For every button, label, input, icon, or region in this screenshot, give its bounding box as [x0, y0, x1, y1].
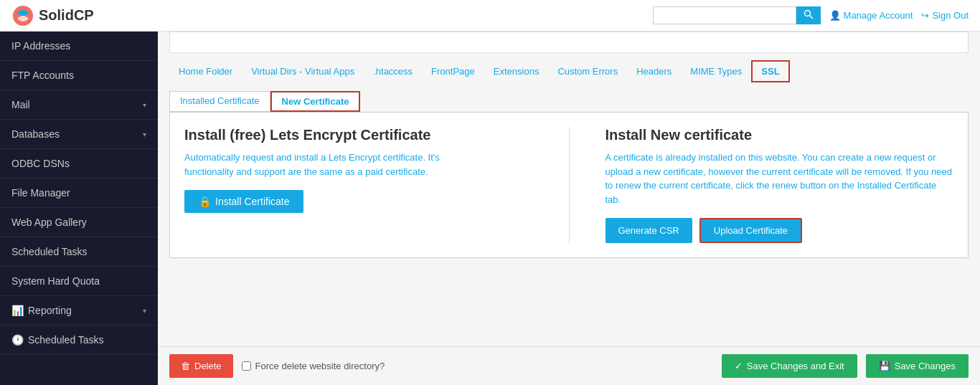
sidebar-item-scheduled-tasks-2[interactable]: 🕐 Scheduled Tasks	[0, 325, 158, 355]
chevron-down-icon: ▾	[143, 101, 146, 109]
svg-line-2	[809, 16, 813, 19]
action-buttons: Generate CSR Upload Certificate	[606, 218, 954, 243]
tab-headers[interactable]: Headers	[627, 61, 681, 82]
lets-encrypt-description: Automatically request and install a Lets…	[184, 151, 533, 179]
top-box	[169, 32, 969, 53]
tab-navigation: Home Folder Virtual Dirs - Virtual Apps …	[158, 53, 980, 82]
logo-area: SolidCP	[11, 4, 94, 27]
content-area: Home Folder Virtual Dirs - Virtual Apps …	[158, 32, 980, 385]
logo-text: SolidCP	[39, 7, 94, 24]
chevron-down-icon: ▾	[143, 130, 146, 138]
tab-virtual-dirs[interactable]: Virtual Dirs - Virtual Apps	[242, 61, 364, 82]
logo-icon	[11, 4, 34, 27]
sidebar-item-system-hard-quota[interactable]: System Hard Quota	[0, 267, 158, 296]
sidebar-item-web-app-gallery[interactable]: Web App Gallery	[0, 208, 158, 237]
manage-account-link[interactable]: 👤 Manage Account	[829, 10, 913, 21]
sidebar-label: Scheduled Tasks	[11, 246, 88, 257]
force-delete-label[interactable]: Force delete website directory?	[242, 361, 385, 371]
main-layout: IP Addresses FTP Accounts Mail ▾ Databas…	[0, 32, 980, 385]
tab-ssl[interactable]: SSL	[751, 60, 789, 82]
sidebar-item-ftp-accounts[interactable]: FTP Accounts	[0, 61, 158, 90]
section-divider	[569, 127, 570, 243]
sidebar-label: Databases	[11, 128, 60, 140]
lets-encrypt-section: Install (free) Lets Encrypt Certificate …	[184, 127, 533, 243]
tab-extensions[interactable]: Extensions	[484, 61, 549, 82]
force-delete-checkbox[interactable]	[242, 361, 251, 371]
sidebar-label: FTP Accounts	[11, 70, 74, 81]
sidebar-item-reporting[interactable]: 📊 Reporting ▾	[0, 296, 158, 325]
tab-frontpage[interactable]: FrontPage	[422, 61, 484, 82]
sidebar-label: Reporting	[28, 305, 72, 316]
install-new-section: Install New certificate A certificate is…	[606, 127, 954, 243]
sidebar-label: IP Addresses	[11, 40, 70, 52]
sidebar: IP Addresses FTP Accounts Mail ▾ Databas…	[0, 32, 158, 385]
certificate-tabs: Installed Certificate New Certificate	[169, 91, 969, 112]
sidebar-item-scheduled-tasks[interactable]: Scheduled Tasks	[0, 237, 158, 267]
save-changes-button[interactable]: 💾 Save Changes	[866, 354, 969, 378]
tab-home-folder[interactable]: Home Folder	[169, 61, 242, 82]
footer-bar: 🗑 Delete Force delete website directory?…	[158, 346, 980, 385]
chevron-down-icon: ▾	[143, 307, 146, 315]
chart-icon: 📊	[11, 305, 24, 316]
sidebar-label: ODBC DSNs	[11, 158, 70, 169]
search-button[interactable]	[796, 6, 821, 24]
upload-certificate-button[interactable]: Upload Certificate	[699, 218, 802, 243]
svg-point-1	[804, 11, 810, 16]
generate-csr-button[interactable]: Generate CSR	[606, 218, 692, 243]
lets-encrypt-title: Install (free) Lets Encrypt Certificate	[184, 127, 533, 143]
sidebar-label: Scheduled Tasks	[28, 334, 104, 346]
tab-installed-certificate[interactable]: Installed Certificate	[169, 91, 270, 112]
install-certificate-button[interactable]: 🔒 Install Certificate	[184, 190, 303, 213]
lock-icon: 🔒	[199, 196, 211, 207]
sidebar-item-databases[interactable]: Databases ▾	[0, 120, 158, 149]
sidebar-label: Mail	[11, 99, 30, 110]
signout-icon: ↪	[921, 10, 929, 21]
search-box	[653, 6, 821, 24]
sidebar-label: Web App Gallery	[11, 217, 87, 228]
tab-htaccess[interactable]: .htaccess	[364, 61, 422, 82]
sign-out-link[interactable]: ↪ Sign Out	[921, 10, 969, 21]
tab-mime-types[interactable]: MIME Types	[681, 61, 751, 82]
sidebar-item-odbc-dsns[interactable]: ODBC DSNs	[0, 149, 158, 179]
header-right: 👤 Manage Account ↪ Sign Out	[653, 6, 969, 24]
install-new-title: Install New certificate	[606, 127, 954, 143]
search-input[interactable]	[653, 6, 796, 24]
header: SolidCP 👤 Manage Account ↪ Sign Out	[0, 0, 980, 32]
tab-new-certificate[interactable]: New Certificate	[270, 91, 361, 112]
certificate-panel: Install (free) Lets Encrypt Certificate …	[169, 112, 969, 258]
sidebar-item-ip-addresses[interactable]: IP Addresses	[0, 32, 158, 61]
sidebar-label: System Hard Quota	[11, 275, 100, 287]
install-new-description: A certificate is already installed on th…	[606, 151, 954, 206]
sidebar-item-file-manager[interactable]: File Manager	[0, 179, 158, 208]
sidebar-label: File Manager	[11, 187, 70, 199]
trash-icon: 🗑	[181, 361, 190, 371]
tab-custom-errors[interactable]: Custom Errors	[548, 61, 627, 82]
checkmark-icon: ✓	[735, 361, 743, 371]
sidebar-item-mail[interactable]: Mail ▾	[0, 90, 158, 120]
user-icon: 👤	[829, 10, 841, 21]
delete-button[interactable]: 🗑 Delete	[169, 354, 233, 378]
content-inner: Home Folder Virtual Dirs - Virtual Apps …	[158, 32, 980, 346]
floppy-icon: 💾	[879, 361, 890, 371]
save-changes-exit-button[interactable]: ✓ Save Changes and Exit	[722, 354, 857, 378]
clock-icon: 🕐	[11, 334, 24, 346]
